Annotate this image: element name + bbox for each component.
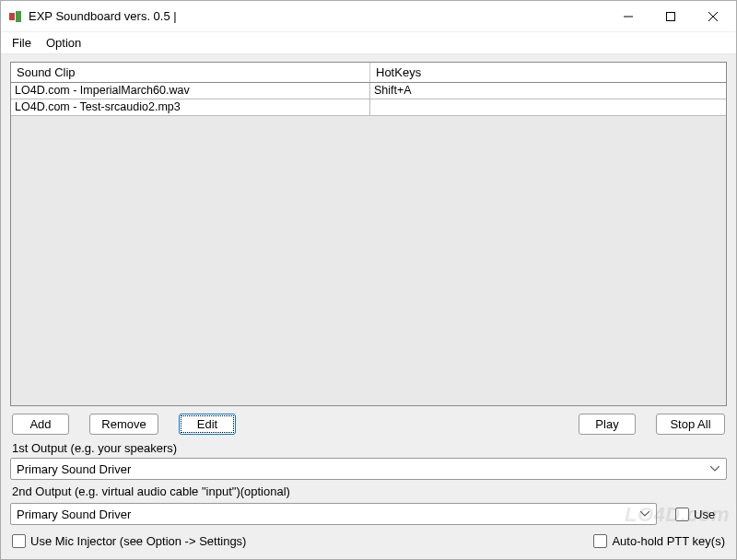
svg-rect-1 (16, 11, 21, 22)
mic-injector-checkbox[interactable] (12, 534, 26, 548)
sound-clip-table: Sound Clip HotKeys LO4D.com - ImperialMa… (10, 62, 727, 406)
use-output2-checkbox-wrap[interactable]: Use (675, 508, 715, 521)
column-header-hotkeys[interactable]: HotKeys (370, 63, 726, 82)
output2-label: 2nd Output (e.g. virtual audio cable "in… (10, 484, 727, 501)
output2-dropdown[interactable]: Primary Sound Driver (10, 503, 657, 525)
auto-hold-ptt-checkbox-wrap[interactable]: Auto-hold PTT key(s) (593, 534, 725, 548)
menu-file[interactable]: File (6, 34, 37, 52)
cell-clip: LO4D.com - Test-srcaudio2.mp3 (11, 99, 370, 115)
cell-hotkeys: Shift+A (370, 83, 726, 99)
chevron-down-icon (709, 466, 720, 472)
svg-rect-3 (667, 12, 675, 20)
svg-rect-0 (9, 13, 15, 20)
cell-hotkeys (370, 99, 726, 115)
output1-dropdown[interactable]: Primary Sound Driver (10, 458, 727, 480)
menu-option[interactable]: Option (41, 34, 87, 52)
auto-hold-ptt-checkbox[interactable] (593, 534, 607, 548)
output1-value: Primary Sound Driver (17, 462, 709, 476)
cell-clip: LO4D.com - ImperialMarch60.wav (11, 83, 370, 99)
menubar: File Option (1, 32, 736, 54)
table-row[interactable]: LO4D.com - ImperialMarch60.wav Shift+A (11, 83, 726, 99)
chevron-down-icon (639, 511, 650, 517)
button-row: Add Remove Edit Play Stop All (10, 406, 727, 440)
table-body: LO4D.com - ImperialMarch60.wav Shift+A L… (11, 83, 726, 116)
window-title: EXP Soundboard vers. 0.5 | (29, 9, 607, 23)
auto-hold-ptt-label: Auto-hold PTT key(s) (612, 534, 725, 548)
add-button[interactable]: Add (12, 414, 69, 435)
column-header-soundclip[interactable]: Sound Clip (11, 63, 370, 82)
app-window: EXP Soundboard vers. 0.5 | File Option S… (0, 0, 737, 560)
table-row[interactable]: LO4D.com - Test-srcaudio2.mp3 (11, 99, 726, 116)
output2-value: Primary Sound Driver (17, 508, 639, 521)
maximize-button[interactable] (649, 2, 692, 31)
output1-label: 1st Output (e.g. your speakers) (10, 440, 727, 458)
minimize-button[interactable] (607, 2, 649, 31)
mic-injector-checkbox-wrap[interactable]: Use Mic Injector (see Option -> Settings… (12, 534, 246, 548)
use-output2-checkbox[interactable] (675, 508, 689, 521)
table-header: Sound Clip HotKeys (11, 63, 726, 83)
output2-row: Primary Sound Driver Use (10, 503, 727, 525)
use-output2-label: Use (694, 508, 715, 521)
bottom-row: Use Mic Injector (see Option -> Settings… (10, 525, 727, 550)
edit-button[interactable]: Edit (179, 414, 236, 435)
close-button[interactable] (692, 2, 734, 31)
mic-injector-label: Use Mic Injector (see Option -> Settings… (30, 534, 246, 548)
content-area: Sound Clip HotKeys LO4D.com - ImperialMa… (1, 54, 736, 559)
app-icon (8, 9, 23, 24)
play-button[interactable]: Play (579, 414, 636, 435)
stop-all-button[interactable]: Stop All (656, 414, 725, 435)
window-controls (607, 2, 734, 31)
titlebar: EXP Soundboard vers. 0.5 | (1, 1, 736, 32)
remove-button[interactable]: Remove (89, 414, 158, 435)
